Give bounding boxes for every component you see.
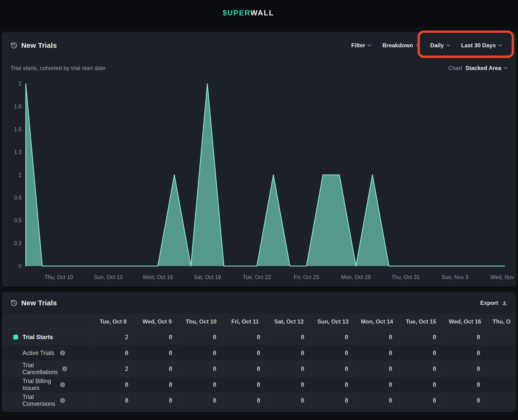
history-icon bbox=[10, 299, 17, 307]
x-axis-tick-label: Tue, Oct 22 bbox=[243, 274, 271, 280]
table-cell: 0 bbox=[223, 345, 267, 361]
column-header-3: Fri, Oct 11 bbox=[223, 314, 267, 329]
info-icon[interactable]: i bbox=[60, 398, 65, 403]
superwall-logo: $UPERWALL bbox=[223, 9, 274, 17]
chart-controls: Filter Breakdown Daily Last 30 Days bbox=[344, 41, 508, 49]
table-cell: 0 bbox=[179, 377, 223, 393]
column-header-4: Sat, Oct 12 bbox=[267, 314, 311, 329]
table-cell: 0 bbox=[399, 361, 443, 377]
table-cell: 0 bbox=[135, 393, 179, 408]
export-label: Export bbox=[480, 300, 498, 306]
table-cell: 0 bbox=[399, 329, 443, 345]
info-icon[interactable]: i bbox=[60, 351, 65, 355]
filter-dropdown[interactable]: Filter bbox=[346, 42, 377, 49]
table-cell: 2 bbox=[91, 361, 135, 377]
info-icon[interactable]: i bbox=[60, 382, 65, 387]
table-cell: 0 bbox=[355, 345, 399, 361]
table-cell: 0 bbox=[179, 329, 223, 345]
x-axis-tick-label: Wed, Oct 16 bbox=[143, 274, 173, 280]
granularity-label: Daily bbox=[430, 42, 444, 49]
download-icon bbox=[502, 300, 508, 306]
new-trials-table-card: New Trials Export Tue, Oct 8Wed, Oct 9Th… bbox=[2, 292, 516, 412]
trials-table: Tue, Oct 8Wed, Oct 9Thu, Oct 10Fri, Oct … bbox=[2, 314, 516, 408]
table-cell: 0 bbox=[443, 329, 487, 345]
filter-label: Filter bbox=[351, 42, 365, 49]
table-cell: 0 bbox=[223, 329, 267, 345]
table-cell: 0 bbox=[399, 377, 443, 393]
x-axis-tick-label: Fri, Oct 25 bbox=[294, 274, 319, 280]
y-axis-tick-label: 1.5 bbox=[14, 126, 22, 132]
table-cell: 0 bbox=[91, 345, 135, 361]
row-label-cell: Trial Starts bbox=[2, 329, 91, 345]
y-axis-tick-label: 0 bbox=[18, 263, 22, 269]
table-cell: 0 bbox=[91, 377, 135, 393]
table-cell: 0 bbox=[135, 345, 179, 361]
x-axis-tick-label: Thu, Oct 31 bbox=[391, 274, 420, 280]
chart-card-title-group: New Trials bbox=[10, 41, 57, 49]
table-cell: 0 bbox=[355, 361, 399, 377]
new-trials-chart-card: New Trials Filter Breakdown Daily Last 3… bbox=[2, 32, 516, 287]
chevron-down-icon bbox=[368, 44, 371, 47]
y-axis-tick-label: 0.8 bbox=[14, 195, 22, 201]
table-cell: 0 bbox=[443, 377, 487, 393]
table-cell: 0 bbox=[399, 393, 443, 408]
table-cell: 0 bbox=[267, 393, 311, 408]
row-label-cell: Trial Conversionsi bbox=[2, 393, 91, 408]
date-range-dropdown[interactable]: Last 30 Days bbox=[456, 42, 508, 49]
table-row: Trial Conversionsi000000000 bbox=[2, 393, 516, 408]
table-card-header: New Trials Export bbox=[2, 292, 516, 314]
table-cell: 0 bbox=[91, 393, 135, 408]
chevron-down-icon bbox=[498, 44, 502, 47]
table-cell: 0 bbox=[443, 345, 487, 361]
table-cell: 0 bbox=[443, 361, 487, 377]
table-cell: 0 bbox=[311, 345, 355, 361]
chevron-down-icon bbox=[416, 44, 419, 47]
column-header-1: Wed, Oct 9 bbox=[135, 314, 179, 329]
table-cell: 0 bbox=[443, 393, 487, 408]
granularity-dropdown[interactable]: Daily bbox=[425, 42, 456, 49]
x-axis-tick-label: Sat, Oct 19 bbox=[194, 274, 221, 280]
table-cell: 2 bbox=[91, 329, 135, 345]
column-header-5: Sun, Oct 13 bbox=[311, 314, 355, 329]
chart-type-label: Chart bbox=[448, 65, 462, 71]
table-row: Active Trialsi000000000 bbox=[2, 345, 516, 361]
column-header-8: Wed, Oct 16 bbox=[443, 314, 487, 329]
info-icon[interactable]: i bbox=[62, 366, 67, 371]
x-axis-tick-label: Thu, Oct 10 bbox=[45, 274, 73, 280]
table-cell bbox=[487, 377, 516, 393]
table-cell: 0 bbox=[399, 345, 443, 361]
table-cell: 0 bbox=[311, 393, 355, 408]
chart-card-header: New Trials Filter Breakdown Daily Last 3… bbox=[2, 32, 516, 59]
y-axis-tick-label: 0.5 bbox=[14, 217, 22, 224]
table-row: Trial Billing Issuesi000000000 bbox=[2, 377, 516, 393]
table-header-row: Tue, Oct 8Wed, Oct 9Thu, Oct 10Fri, Oct … bbox=[2, 314, 516, 329]
series-color-swatch bbox=[13, 335, 18, 340]
chart-subheader: Trial starts, cohorted by trial start da… bbox=[2, 59, 516, 78]
row-label: Trial Billing Issues bbox=[22, 378, 56, 391]
table-cell: 0 bbox=[267, 345, 311, 361]
y-axis-tick-label: 0.3 bbox=[14, 240, 22, 247]
y-axis-tick-label: 2 bbox=[18, 81, 22, 87]
table-cell: 0 bbox=[179, 393, 223, 408]
table-cell bbox=[487, 361, 516, 377]
x-axis-tick-label: Wed, Nov 6 bbox=[490, 274, 516, 280]
table-cell: 0 bbox=[355, 393, 399, 408]
column-header-2: Thu, Oct 10 bbox=[179, 314, 223, 329]
table-cell bbox=[487, 393, 516, 408]
y-axis-tick-label: 1.8 bbox=[14, 103, 22, 110]
breakdown-dropdown[interactable]: Breakdown bbox=[377, 42, 425, 49]
row-label-cell: Active Trialsi bbox=[2, 345, 91, 361]
logo-prefix: $UPER bbox=[223, 9, 251, 17]
table-cell: 0 bbox=[135, 377, 179, 393]
chart-type-dropdown[interactable]: Stacked Area bbox=[466, 65, 508, 71]
topbar: $UPERWALL bbox=[0, 0, 518, 26]
breakdown-label: Breakdown bbox=[382, 42, 413, 49]
y-axis-tick-label: 1 bbox=[18, 172, 22, 178]
controls-divider bbox=[344, 41, 344, 49]
table-cell: 0 bbox=[267, 377, 311, 393]
table-cell: 0 bbox=[267, 361, 311, 377]
chart-type-control: Chart Stacked Area bbox=[448, 65, 508, 71]
export-button[interactable]: Export bbox=[480, 300, 508, 306]
table-cell: 0 bbox=[179, 345, 223, 361]
table-card-title: New Trials bbox=[21, 299, 57, 307]
